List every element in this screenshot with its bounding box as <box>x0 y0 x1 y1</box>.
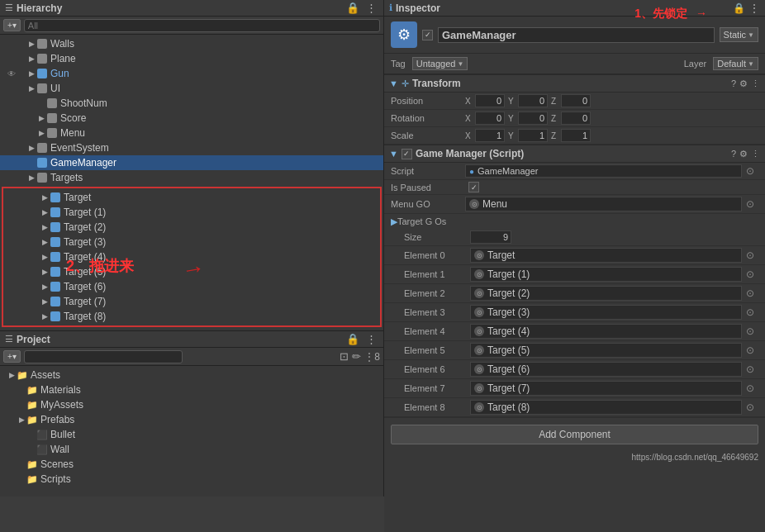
element-ref-value-0: Target <box>487 249 515 261</box>
game-manager-script-header[interactable]: ▼ Game Manager (Script) ? ⚙ ⋮ <box>384 145 765 163</box>
element-ref-1[interactable]: ⊙ Target (1) <box>470 267 742 282</box>
element-ref-7[interactable]: ⊙ Target (7) <box>470 381 742 396</box>
tree-item-gamemanager[interactable]: GameManager <box>0 155 383 170</box>
transform-settings-btn[interactable]: ⚙ <box>739 78 748 89</box>
gms-enabled-checkbox[interactable] <box>402 149 412 159</box>
element-pick-btn-0[interactable]: ⊙ <box>742 249 758 261</box>
element-pick-btn-1[interactable]: ⊙ <box>742 268 758 280</box>
project-add-btn[interactable]: +▾ <box>3 350 21 363</box>
add-component-button[interactable]: Add Component <box>391 425 758 444</box>
tree-item-gun[interactable]: 👁 ▶ Gun <box>0 66 383 81</box>
tree-item-target7[interactable]: ▶ Target (7) <box>3 294 380 309</box>
rotation-x-input[interactable] <box>475 112 505 125</box>
scale-z-input[interactable] <box>561 129 591 142</box>
rotation-y-input[interactable] <box>518 112 548 125</box>
layer-dropdown[interactable]: Default ▼ <box>713 57 758 70</box>
tree-item-target8[interactable]: ▶ Target (8) <box>3 309 380 324</box>
tree-item-target3[interactable]: ▶ Target (3) <box>3 235 380 249</box>
element-ref-4[interactable]: ⊙ Target (4) <box>470 324 742 339</box>
tree-item-target5[interactable]: ▶ Target (5) <box>3 264 380 279</box>
inspector-lock-btn[interactable]: 🔒 <box>733 2 745 14</box>
tree-item-menu[interactable]: ▶ Menu <box>0 126 383 140</box>
is-paused-checkbox[interactable] <box>468 182 479 192</box>
transform-help-btn[interactable]: ? <box>731 78 736 89</box>
project-wall[interactable]: ⬛ Wall <box>0 442 383 457</box>
transform-header[interactable]: ▼ ✛ Transform ? ⚙ ⋮ <box>384 74 765 93</box>
gms-title: Game Manager (Script) <box>416 148 728 159</box>
project-prefabs[interactable]: ▶ 📁 Prefabs <box>0 412 383 427</box>
element-ref-6[interactable]: ⊙ Target (6) <box>470 362 742 377</box>
element-pick-btn-7[interactable]: ⊙ <box>742 382 758 394</box>
script-ref-pick-btn[interactable]: ⊙ <box>742 165 758 177</box>
element-ref-5[interactable]: ⊙ Target (5) <box>470 343 742 358</box>
tree-item-target[interactable]: ▶ Target <box>3 190 380 205</box>
scale-x-input[interactable] <box>475 129 505 142</box>
scale-x-field: X <box>465 129 505 142</box>
project-scripts[interactable]: 📁 Scripts <box>0 472 383 487</box>
element-ref-icon-4: ⊙ <box>474 326 484 336</box>
tree-item-targets[interactable]: ▶ Targets <box>0 170 383 185</box>
rotation-z-input[interactable] <box>561 112 591 125</box>
gms-help-btn[interactable]: ? <box>731 149 736 159</box>
element-pick-btn-4[interactable]: ⊙ <box>742 325 758 337</box>
target-gos-header[interactable]: ▶ Target G Os <box>384 214 765 229</box>
object-name-row <box>422 27 715 43</box>
tree-item-target2[interactable]: ▶ Target (2) <box>3 220 380 235</box>
project-assets[interactable]: ▶ 📁 Assets <box>0 368 383 382</box>
transform-more-btn[interactable]: ⋮ <box>751 78 760 89</box>
transform-icon: ✛ <box>402 78 409 89</box>
position-x-input[interactable] <box>475 94 505 107</box>
project-materials[interactable]: 📁 Materials <box>0 382 383 397</box>
element-ref-3[interactable]: ⊙ Target (3) <box>470 305 742 320</box>
arrow-menu: ▶ <box>36 129 46 137</box>
project-tool-2[interactable]: ✏ <box>352 350 361 363</box>
project-search-input[interactable] <box>24 350 183 363</box>
element-ref-2[interactable]: ⊙ Target (2) <box>470 286 742 301</box>
tree-item-target6[interactable]: ▶ Target (6) <box>3 279 380 294</box>
hierarchy-add-btn[interactable]: +▾ <box>3 19 21 31</box>
label-target5: Target (5) <box>64 266 106 278</box>
tree-item-ui[interactable]: ▶ UI <box>0 81 383 96</box>
inspector-more-btn[interactable]: ⋮ <box>748 2 760 15</box>
gms-more-btn[interactable]: ⋮ <box>751 149 760 159</box>
tree-item-walls[interactable]: ▶ Walls <box>0 36 383 51</box>
tree-item-eventsystem[interactable]: ▶ EventSystem <box>0 140 383 155</box>
menu-go-ref[interactable]: ⊙ Menu <box>465 197 742 211</box>
element-ref-0[interactable]: ⊙ Target <box>470 248 742 263</box>
project-scenes[interactable]: 📁 Scenes <box>0 457 383 472</box>
gms-settings-btn[interactable]: ⚙ <box>739 149 748 159</box>
static-button[interactable]: Static ▼ <box>720 27 758 42</box>
element-pick-btn-5[interactable]: ⊙ <box>742 344 758 356</box>
project-bullet[interactable]: ⬛ Bullet <box>0 427 383 442</box>
size-input[interactable] <box>470 230 511 244</box>
project-tool-1[interactable]: ⊡ <box>340 350 349 363</box>
hierarchy-lock-btn[interactable]: 🔒 <box>344 2 361 14</box>
label-prefabs: Prefabs <box>40 414 74 425</box>
script-ref[interactable]: ● GameManager <box>465 164 742 178</box>
position-z-input[interactable] <box>561 94 591 107</box>
project-lock-btn[interactable]: 🔒 <box>344 333 361 345</box>
tree-item-target4[interactable]: ▶ Target (4) <box>3 249 380 264</box>
hierarchy-more-btn[interactable]: ⋮ <box>364 2 378 14</box>
tree-item-plane[interactable]: ▶ Plane <box>0 51 383 66</box>
project-myassets[interactable]: 📁 MyAssets <box>0 397 383 412</box>
object-enabled-checkbox[interactable] <box>422 30 433 40</box>
tree-item-shootnum[interactable]: ShootNum <box>0 96 383 111</box>
object-name-input[interactable] <box>438 27 715 43</box>
scale-y-input[interactable] <box>518 129 548 142</box>
project-tool-3[interactable]: ⋮8 <box>364 351 380 363</box>
label-target4: Target (4) <box>64 251 106 263</box>
hierarchy-search-input[interactable] <box>24 19 380 32</box>
element-pick-btn-3[interactable]: ⊙ <box>742 306 758 318</box>
position-y-input[interactable] <box>518 94 548 107</box>
project-more-btn[interactable]: ⋮ <box>364 333 378 345</box>
menu-go-pick-btn[interactable]: ⊙ <box>742 198 758 210</box>
tree-item-score[interactable]: ▶ Score <box>0 111 383 126</box>
element-ref-8[interactable]: ⊙ Target (8) <box>470 400 742 415</box>
position-z-label: Z <box>551 97 559 106</box>
element-pick-btn-8[interactable]: ⊙ <box>742 401 758 413</box>
tag-dropdown[interactable]: Untagged ▼ <box>412 57 468 70</box>
tree-item-target1[interactable]: ▶ Target (1) <box>3 205 380 220</box>
element-pick-btn-2[interactable]: ⊙ <box>742 287 758 299</box>
element-pick-btn-6[interactable]: ⊙ <box>742 363 758 375</box>
